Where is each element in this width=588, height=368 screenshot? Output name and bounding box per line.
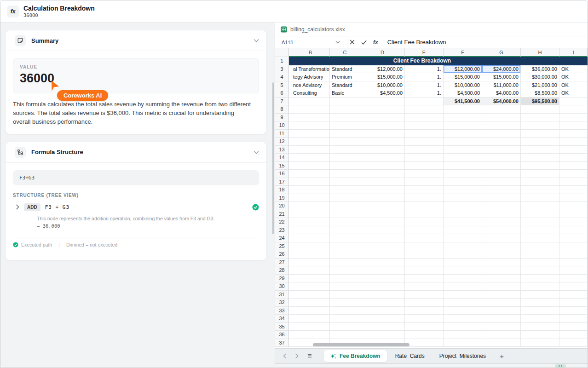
- select-all-corner[interactable]: [275, 48, 289, 57]
- cell-H9[interactable]: [521, 114, 559, 122]
- cell-E22[interactable]: [405, 218, 444, 226]
- cell-I25[interactable]: [559, 242, 588, 251]
- cell-I13[interactable]: [559, 146, 588, 154]
- cell-G15[interactable]: [482, 162, 521, 170]
- cell-F29[interactable]: [444, 275, 482, 283]
- cell-G27[interactable]: [482, 259, 521, 267]
- row-header-32[interactable]: 32: [275, 299, 289, 307]
- cell-I33[interactable]: [559, 307, 588, 315]
- cell-I31[interactable]: [559, 291, 588, 299]
- cell-C14[interactable]: [330, 154, 360, 162]
- cell-B30[interactable]: [291, 282, 330, 291]
- row-header-14[interactable]: 14: [275, 154, 289, 162]
- cell-D24[interactable]: [360, 234, 405, 242]
- cell-I18[interactable]: [559, 186, 588, 194]
- cell-G29[interactable]: [482, 275, 521, 283]
- cell-F15[interactable]: [444, 162, 482, 170]
- cell-E21[interactable]: [405, 210, 444, 218]
- cell-B5[interactable]: nce Advisory: [291, 81, 330, 90]
- cell-G24[interactable]: [482, 234, 521, 242]
- cell-I15[interactable]: [559, 162, 588, 170]
- cell-C23[interactable]: [330, 226, 360, 235]
- cell-G18[interactable]: [482, 186, 521, 194]
- row-header-19[interactable]: 19: [275, 194, 289, 202]
- row-header-29[interactable]: 29: [275, 275, 289, 283]
- cell-D32[interactable]: [360, 299, 405, 307]
- cell-G10[interactable]: [482, 121, 521, 130]
- cell-B28[interactable]: [291, 266, 330, 275]
- cell-G20[interactable]: [482, 202, 521, 210]
- row-header-18[interactable]: 18: [275, 186, 289, 194]
- cell-F36[interactable]: [444, 331, 482, 339]
- cell-I19[interactable]: [559, 194, 588, 202]
- column-header-E[interactable]: E: [405, 48, 444, 57]
- cell-D8[interactable]: [360, 105, 405, 114]
- cell-F9[interactable]: [444, 114, 482, 122]
- cell-G6[interactable]: $4,000.00: [482, 89, 521, 98]
- cell-F6[interactable]: $4,500.00: [444, 89, 482, 98]
- cell-I12[interactable]: [559, 138, 588, 146]
- row-header-12[interactable]: 12: [275, 138, 289, 146]
- column-header-D[interactable]: D: [360, 48, 405, 57]
- cell-E36[interactable]: [405, 331, 444, 339]
- cell-F25[interactable]: [444, 242, 482, 251]
- cell-D21[interactable]: [360, 210, 405, 218]
- cell-H11[interactable]: [521, 130, 559, 138]
- cell-D25[interactable]: [360, 242, 405, 251]
- row-header-7[interactable]: 7: [275, 98, 289, 106]
- cell-G7[interactable]: $54,000.00: [482, 98, 521, 106]
- panel-scrollbar[interactable]: [272, 82, 274, 234]
- cell-H19[interactable]: [521, 194, 559, 202]
- cell-C31[interactable]: [330, 291, 360, 299]
- cell-G28[interactable]: [482, 266, 521, 275]
- cell-B12[interactable]: [291, 138, 330, 146]
- cell-I16[interactable]: [559, 170, 588, 178]
- column-header-C[interactable]: C: [330, 48, 360, 57]
- cell-H35[interactable]: [521, 323, 559, 331]
- cell-E32[interactable]: [405, 299, 444, 307]
- cell-G13[interactable]: [482, 146, 521, 154]
- cell-C19[interactable]: [330, 194, 360, 202]
- cell-B29[interactable]: [291, 275, 330, 283]
- confirm-icon[interactable]: [361, 40, 367, 45]
- cell-B34[interactable]: [291, 315, 330, 323]
- summary-card-header[interactable]: Summary: [6, 30, 266, 51]
- cell-I26[interactable]: [559, 250, 588, 259]
- cell-H15[interactable]: [521, 162, 559, 170]
- cell-C27[interactable]: [330, 259, 360, 267]
- cell-H21[interactable]: [521, 210, 559, 218]
- row-header-8[interactable]: 8: [275, 105, 289, 114]
- cell-I34[interactable]: [559, 315, 588, 323]
- cell-C36[interactable]: [330, 331, 360, 339]
- cell-G26[interactable]: [482, 250, 521, 259]
- row-header-27[interactable]: 27: [275, 259, 289, 267]
- row-header-5[interactable]: 5: [275, 81, 289, 90]
- cell-I35[interactable]: [559, 323, 588, 331]
- cell-B11[interactable]: [291, 130, 330, 138]
- cell-E24[interactable]: [405, 234, 444, 242]
- cell-I23[interactable]: [559, 226, 588, 235]
- cell-H32[interactable]: [521, 299, 559, 307]
- cell-B10[interactable]: [291, 121, 330, 130]
- cell-D17[interactable]: [360, 178, 405, 186]
- cell-D4[interactable]: $15,000.00: [360, 73, 405, 81]
- cell-I8[interactable]: [559, 105, 588, 114]
- cell-D12[interactable]: [360, 138, 405, 146]
- name-box[interactable]: A1:I1: [275, 36, 344, 48]
- cell-D28[interactable]: [360, 266, 405, 275]
- cell-F7[interactable]: $41,500.00: [444, 98, 482, 106]
- cell-C17[interactable]: [330, 178, 360, 186]
- cell-E6[interactable]: 1.: [405, 89, 444, 98]
- cell-I36[interactable]: [559, 331, 588, 339]
- column-header-G[interactable]: G: [482, 48, 521, 57]
- cell-D15[interactable]: [360, 162, 405, 170]
- cell-B35[interactable]: [291, 323, 330, 331]
- cell-I21[interactable]: [559, 210, 588, 218]
- cell-F31[interactable]: [444, 291, 482, 299]
- cell-C34[interactable]: [330, 315, 360, 323]
- cell-C7[interactable]: [330, 98, 360, 106]
- cell-B14[interactable]: [291, 154, 330, 162]
- cell-H18[interactable]: [521, 186, 559, 194]
- sheet-tab-fee-breakdown[interactable]: Fee Breakdown: [324, 350, 387, 362]
- cell-H3[interactable]: $36,000.00: [521, 65, 559, 74]
